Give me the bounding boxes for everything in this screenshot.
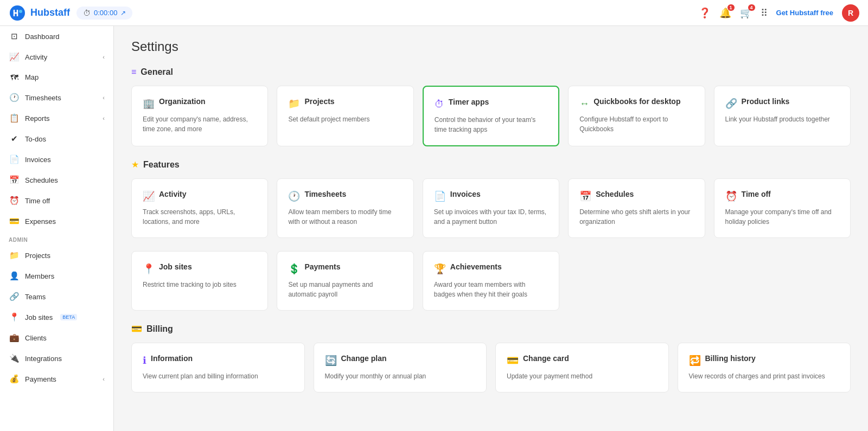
projects-icon: 📁 [9,250,20,260]
card-invoices-header: 📄 Invoices [434,190,548,203]
card-projects-header: 📁 Projects [288,97,402,110]
sidebar-item-clients[interactable]: 💼 Clients [0,327,113,348]
sidebar-item-activity[interactable]: 📈 Activity ‹ [0,47,113,67]
sidebar-item-todos[interactable]: ✔ To-dos [0,128,113,149]
beta-badge: BETA [60,314,77,320]
card-organization[interactable]: 🏢 Organization Edit your company's name,… [131,86,268,146]
schedules-icon: 📅 [9,175,20,185]
card-billing-history[interactable]: 🔁 Billing history View records of charge… [678,343,851,393]
sidebar-item-payments[interactable]: 💰 Payments ‹ [0,369,113,389]
card-schedules-feature[interactable]: 📅 Schedules Determine who gets shift ale… [568,178,705,238]
billing-section-title: Billing [146,324,173,334]
sidebar-label-reports: Reports [25,114,50,123]
card-history-desc: View records of charges and print past i… [689,371,840,381]
topbar: Hubstaff ⏱ 0:00:00 ↗ ❓ 🔔 1 🛒 4 ⠿ Get Hub… [0,0,868,26]
layout: ⊡ Dashboard 📈 Activity ‹ 🗺 Map 🕐 Timeshe… [0,26,868,431]
card-product-links[interactable]: 🔗 Product links Link your Hubstaff produ… [714,86,851,146]
cart-button[interactable]: 🛒 4 [740,7,752,19]
logo[interactable]: Hubstaff [9,4,70,22]
card-history-title: Billing history [705,354,756,363]
card-change-plan[interactable]: 🔄 Change plan Modify your monthly or ann… [314,343,487,393]
card-jobsites-feature[interactable]: 📍 Job sites Restrict time tracking to jo… [131,251,268,311]
card-qb-header: ↔ Quickbooks for desktop [579,97,693,110]
features-section-title: Features [143,160,180,170]
timesheets-feature-icon: 🕐 [288,190,300,202]
sidebar-label-invoices: Invoices [25,156,51,164]
card-plan-header: 🔄 Change plan [325,354,476,367]
page-title: Settings [131,39,851,54]
dashboard-icon: ⊡ [9,31,20,41]
card-achievements-feature[interactable]: 🏆 Achievements Award your team members w… [423,251,559,311]
achievements-feature-icon: 🏆 [434,263,446,275]
sidebar-item-teams[interactable]: 🔗 Teams [0,286,113,307]
sidebar-item-integrations[interactable]: 🔌 Integrations [0,348,113,369]
grid-button[interactable]: ⠿ [761,7,768,19]
empty-cell-2 [714,251,851,311]
empty-cell-1 [568,251,705,311]
billing-section-icon: 💳 [131,324,142,334]
card-achievements-desc: Award your team members with badges when… [434,280,548,299]
sidebar-label-jobsites: Job sites [25,313,53,321]
card-invoices-title: Invoices [450,190,481,198]
card-quickbooks[interactable]: ↔ Quickbooks for desktop Configure Hubst… [568,86,705,146]
sidebar-item-timesheets[interactable]: 🕐 Timesheets ‹ [0,87,113,108]
sidebar-label-expenses: Expenses [25,217,56,226]
projects-card-icon: 📁 [288,98,300,110]
card-jobsites-title: Job sites [159,262,192,271]
integrations-icon: 🔌 [9,353,20,363]
card-activity-feature[interactable]: 📈 Activity Track screenshots, apps, URLs… [131,178,268,238]
sidebar-item-jobsites[interactable]: 📍 Job sites BETA [0,307,113,327]
card-billing-info[interactable]: ℹ Information View current plan and bill… [131,343,305,393]
sidebar-label-projects: Projects [25,252,50,260]
help-button[interactable]: ❓ [699,7,711,19]
sidebar-item-map[interactable]: 🗺 Map [0,67,113,87]
card-qb-title: Quickbooks for desktop [593,97,680,106]
sidebar-label-timeoff: Time off [25,197,50,205]
sidebar-label-map: Map [25,73,39,81]
schedules-feature-icon: 📅 [579,190,591,202]
expenses-icon: 💳 [9,216,20,226]
sidebar-item-expenses[interactable]: 💳 Expenses [0,211,113,231]
timeoff-feature-icon: ⏰ [725,190,737,202]
main-content: Settings ≡ General 🏢 Organization Edit y… [114,26,868,431]
sidebar-item-dashboard[interactable]: ⊡ Dashboard [0,26,113,47]
card-invoices-feature[interactable]: 📄 Invoices Set up invoices with your tax… [423,178,559,238]
card-timesheets-title: Timesheets [304,190,346,198]
card-payments-title: Payments [304,262,340,271]
map-icon: 🗺 [9,73,20,82]
card-timer-header: ⏱ Timer apps [435,98,547,111]
sidebar-item-members[interactable]: 👤 Members [0,266,113,286]
sidebar-label-clients: Clients [25,334,47,342]
card-jobsites-header: 📍 Job sites [143,262,257,275]
sidebar-item-timeoff[interactable]: ⏰ Time off [0,190,113,211]
card-invoices-desc: Set up invoices with your tax ID, terms,… [434,207,548,227]
payments-feature-icon: 💲 [288,263,300,275]
card-projects[interactable]: 📁 Projects Set default project members [277,86,413,146]
sidebar-item-invoices[interactable]: 📄 Invoices [0,149,113,170]
card-change-card[interactable]: 💳 Change card Update your payment method [495,343,669,393]
features-section-header: ★ Features [131,159,851,170]
get-free-button[interactable]: Get Hubstaff free [776,9,833,17]
members-icon: 👤 [9,271,20,281]
sidebar-item-schedules[interactable]: 📅 Schedules [0,170,113,190]
timer-widget[interactable]: ⏱ 0:00:00 ↗ [76,7,132,20]
svg-point-1 [19,10,22,13]
avatar[interactable]: R [842,4,859,22]
card-timeoff-feature[interactable]: ⏰ Time off Manage your company's time of… [714,178,851,238]
sidebar-label-todos: To-dos [25,135,46,143]
jobsites-feature-icon: 📍 [143,263,155,275]
card-activity-desc: Track screenshots, apps, URLs, locations… [143,207,257,227]
sidebar-item-reports[interactable]: 📋 Reports ‹ [0,108,113,128]
card-activity-title: Activity [159,190,187,198]
notifications-button[interactable]: 🔔 1 [719,7,731,19]
billing-history-icon: 🔁 [689,355,701,366]
card-timesheets-feature[interactable]: 🕐 Timesheets Allow team members to modif… [277,178,413,238]
features-row2-grid: 📍 Job sites Restrict time tracking to jo… [131,251,851,311]
expand-icon: ↗ [120,9,126,17]
sidebar-item-projects[interactable]: 📁 Projects [0,245,113,266]
card-timer-apps[interactable]: ⏱ Timer apps Control the behavior of you… [423,86,559,146]
card-achievements-header: 🏆 Achievements [434,262,548,275]
card-payments-feature[interactable]: 💲 Payments Set up manual payments and au… [277,251,413,311]
card-card-desc: Update your payment method [507,371,658,381]
features-section-icon: ★ [131,159,139,170]
